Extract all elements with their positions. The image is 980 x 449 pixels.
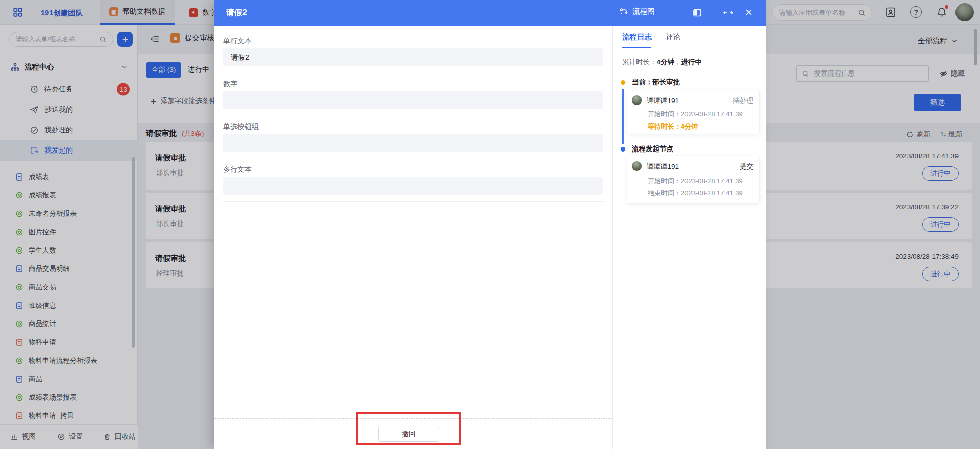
flowchart-button[interactable]: 流程图 [619,7,655,16]
multi-line-text-input[interactable] [223,177,603,195]
expand-icon[interactable] [723,8,734,18]
field-single-line-text: 单行文本 请假2 [223,37,603,66]
app-window: 191创建团队 ▣ 帮助文档数据 ✦ 数字 请输入应用或表单名称 ? 请输入表单… [0,0,980,449]
flow-node-card[interactable]: 谭谭谭191 待处理 开始时间：2023-08-28 17:41:39 等待时长… [627,90,760,134]
tab-flow-log[interactable]: 流程日志 [622,32,652,42]
user-name: 谭谭谭191 [647,162,679,171]
timeline-connector [622,89,624,144]
current-node-dot [621,80,625,85]
avatar [632,161,642,171]
single-line-text-input[interactable]: 请假2 [223,48,603,66]
field-number: 数字 [223,80,603,109]
start-node-dot [621,147,625,152]
form-divider [223,201,603,202]
panel-tabs: 流程日志 评论 [613,26,766,48]
field-radio-group: 单选按钮组 [223,122,603,152]
record-form: 单行文本 请假2 数字 单选按钮组 多行文本 撤回 [214,26,612,449]
radio-group-input[interactable] [223,134,603,152]
tab-comments[interactable]: 评论 [666,32,680,42]
current-node-header: 当前：部长审批 [621,78,680,87]
drawer-header: 请假2 流程图 [214,0,766,26]
number-input[interactable] [223,91,603,109]
footer-divider [214,418,612,419]
flow-node-card[interactable]: 谭谭谭191 提交 开始时间：2023-08-28 17:41:39 结束时间：… [627,156,760,203]
start-node-header: 流程发起节点 [621,144,673,154]
drawer-body: 单行文本 请假2 数字 单选按钮组 多行文本 撤回 [214,26,766,449]
active-tab-underline [622,47,651,48]
record-drawer: 请假2 流程图 单行文本 请假2 [214,0,766,449]
withdraw-button[interactable]: 撤回 [378,427,439,442]
avatar [632,95,642,105]
start-time: 开始时间：2023-08-28 17:41:39 [648,110,743,119]
user-name: 谭谭谭191 [647,96,679,106]
header-divider [713,8,713,17]
close-icon[interactable] [744,8,753,17]
toggle-panel-icon[interactable] [692,8,702,18]
record-title: 请假2 [226,8,247,18]
flow-log-panel: 流程日志 评论 累计时长：4分钟，进行中 当前：部长审批 谭谭谭191 待处理 … [612,26,766,449]
node-status: 待处理 [733,96,754,106]
node-status: 提交 [740,162,753,171]
wait-duration: 等待时长：4分钟 [648,122,698,131]
start-time: 开始时间：2023-08-28 17:41:39 [648,177,743,186]
duration-summary: 累计时长：4分钟，进行中 [622,58,702,67]
field-multi-line-text: 多行文本 [223,165,603,195]
end-time: 结束时间：2023-08-28 17:41:39 [648,189,743,198]
flowchart-icon [619,7,628,16]
